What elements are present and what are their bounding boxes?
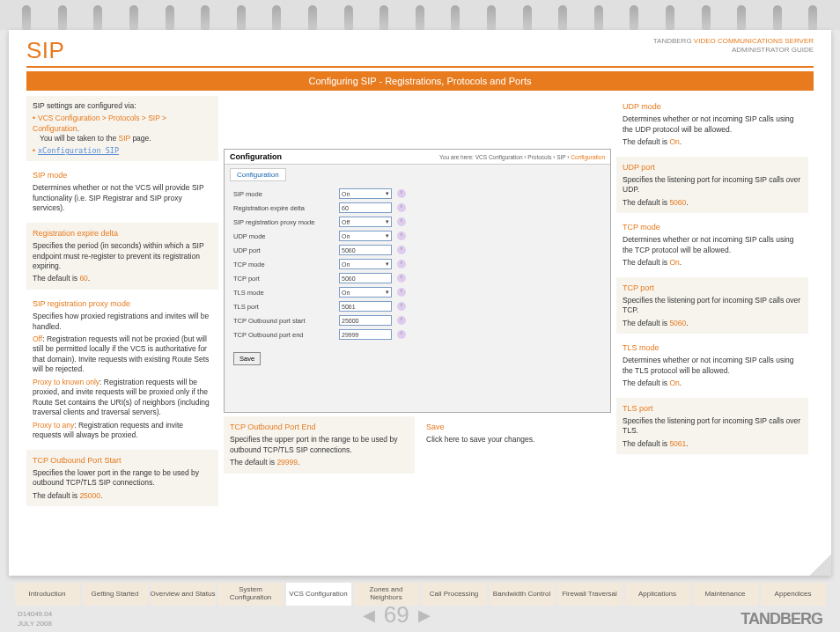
config-row-label: TCP Outbound port end <box>233 331 339 339</box>
config-header: Configuration You are here: VCS Configur… <box>225 150 610 165</box>
info-icon[interactable]: i <box>397 189 406 198</box>
prev-page-icon[interactable]: ◀ <box>363 606 375 625</box>
config-row-label: UDP port <box>233 246 339 254</box>
brand-logo: TANDBERG <box>741 610 822 628</box>
intro-block: SIP settings are configured via: •VCS Co… <box>26 96 218 161</box>
config-input[interactable]: 60 <box>339 202 392 213</box>
info-icon[interactable]: i <box>397 302 406 311</box>
info-icon[interactable]: i <box>397 246 406 254</box>
info-icon[interactable]: i <box>397 217 406 226</box>
config-select[interactable]: On <box>339 188 392 199</box>
config-input[interactable]: 5060 <box>339 273 392 283</box>
config-row-label: TCP port <box>233 275 339 283</box>
reg-expire-block: Registration expire delta Specifies the … <box>26 223 218 290</box>
info-icon[interactable]: i <box>397 288 406 297</box>
section-banner: Configuring SIP - Registrations, Protoco… <box>26 71 814 91</box>
config-row: TLS port5061i <box>233 299 601 313</box>
config-row: SIP modeOni <box>233 187 601 201</box>
info-icon[interactable]: i <box>397 260 406 268</box>
info-icon[interactable]: i <box>397 203 406 212</box>
content-columns: SIP settings are configured via: •VCS Co… <box>26 96 814 536</box>
config-input[interactable]: 29999 <box>339 329 392 340</box>
config-row: TCP Outbound port end29999i <box>233 327 601 342</box>
config-input[interactable]: 5061 <box>339 301 392 312</box>
config-row: TCP Outbound port start25000i <box>233 313 601 327</box>
doc-id: D14049.04 JULY 2008 <box>18 610 52 628</box>
page-header: SIP TANDBERG VIDEO COMMUNICATIONS SERVER… <box>26 37 814 68</box>
col-right: UDP mode Determines whether or not incom… <box>616 96 808 536</box>
config-row: TCP port5060i <box>233 271 601 285</box>
config-select[interactable]: On <box>339 259 392 269</box>
config-row-label: SIP registration proxy mode <box>233 218 339 226</box>
col-left: SIP settings are configured via: •VCS Co… <box>26 96 218 536</box>
pager: ◀ 69 ▶ <box>363 601 431 628</box>
tcp-out-end-block: TCP Outbound Port End Specifies the uppe… <box>224 416 415 474</box>
tcp-out-start-block: TCP Outbound Port Start Specifies the lo… <box>26 450 218 507</box>
config-row: SIP registration proxy modeOffi <box>233 215 601 229</box>
sip-mode-block: SIP mode Determines whether or not the V… <box>26 165 218 219</box>
col-mid: Configuration You are here: VCS Configur… <box>224 96 611 536</box>
config-row-label: TLS mode <box>233 289 339 297</box>
xconfig-link[interactable]: xConfiguration SIP <box>38 146 119 155</box>
info-icon[interactable]: i <box>397 274 406 283</box>
info-icon[interactable]: i <box>397 316 406 325</box>
page-title: SIP <box>26 37 64 64</box>
config-row-label: UDP mode <box>233 232 339 240</box>
spiral-binding <box>0 0 840 30</box>
info-icon[interactable]: i <box>397 330 406 339</box>
udp-port-block: UDP port Specifies the listening port fo… <box>616 157 808 214</box>
config-input[interactable]: 5060 <box>339 245 392 255</box>
page-number: 69 <box>384 601 409 628</box>
config-row: UDP modeOni <box>233 229 601 243</box>
config-input[interactable]: 25000 <box>339 315 392 326</box>
footer: D14049.04 JULY 2008 ◀ 69 ▶ TANDBERG <box>18 601 822 628</box>
config-row: TLS modeOni <box>233 285 601 299</box>
save-button[interactable]: Save <box>233 352 261 365</box>
config-tab[interactable]: Configuration <box>230 168 286 181</box>
tls-mode-block: TLS mode Determines whether or not incom… <box>616 337 808 394</box>
udp-mode-block: UDP mode Determines whether or not incom… <box>616 96 808 153</box>
config-row-label: TLS port <box>233 303 339 311</box>
config-form: SIP modeOniRegistration expire delta60iS… <box>225 181 610 347</box>
header-right: TANDBERG VIDEO COMMUNICATIONS SERVER ADM… <box>653 37 814 55</box>
config-screenshot: Configuration You are here: VCS Configur… <box>224 149 611 413</box>
save-help-block: Save Click here to save your changes. <box>420 416 611 474</box>
tls-port-block: TLS port Specifies the listening port fo… <box>616 398 808 455</box>
config-row-label: TCP mode <box>233 261 339 268</box>
breadcrumb: You are here: VCS Configuration › Protoc… <box>439 154 605 160</box>
page: SIP TANDBERG VIDEO COMMUNICATIONS SERVER… <box>9 30 831 576</box>
config-row: Registration expire delta60i <box>233 201 601 215</box>
sip-regproxy-block: SIP registration proxy mode Specifies ho… <box>26 293 218 446</box>
config-row-label: Registration expire delta <box>233 204 339 212</box>
config-row: TCP modeOni <box>233 257 601 271</box>
config-row-label: SIP mode <box>233 190 339 198</box>
config-row-label: TCP Outbound port start <box>233 317 339 325</box>
config-select[interactable]: On <box>339 287 392 298</box>
config-select[interactable]: Off <box>339 217 392 227</box>
config-select[interactable]: On <box>339 231 392 241</box>
info-icon[interactable]: i <box>397 231 406 240</box>
tcp-mode-block: TCP mode Determines whether or not incom… <box>616 217 808 274</box>
config-row: UDP port5060i <box>233 243 601 257</box>
tcp-port-block: TCP port Specifies the listening port fo… <box>616 277 808 334</box>
next-page-icon[interactable]: ▶ <box>418 606 431 625</box>
mid-bottom-row: TCP Outbound Port End Specifies the uppe… <box>224 416 611 474</box>
